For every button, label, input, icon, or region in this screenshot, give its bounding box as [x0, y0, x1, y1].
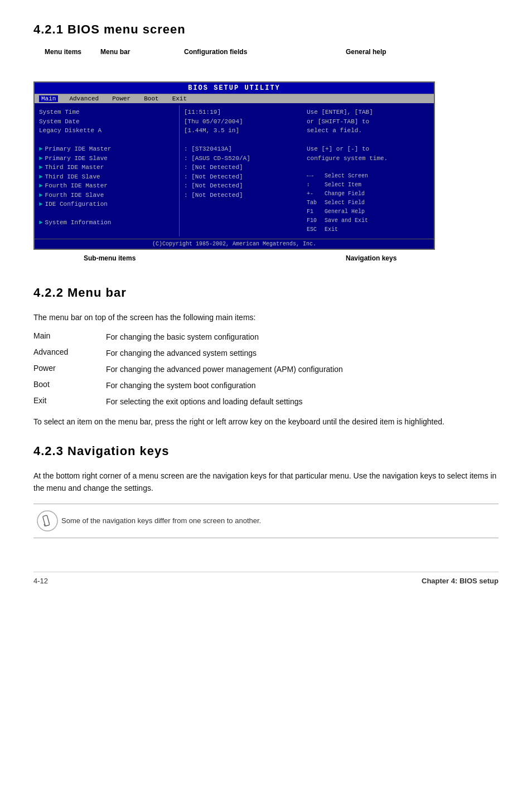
- bios-spacer2: [39, 209, 175, 219]
- footer-chapter: Chapter 4: BIOS setup: [422, 577, 499, 585]
- menu-val-power: For changing the advanced power manageme…: [106, 364, 499, 375]
- footer-page-number: 4-12: [33, 577, 48, 585]
- bios-menubar: Main Advanced Power Boot Exit: [35, 94, 434, 103]
- section-423: 4.2.3 Navigation keys At the bottom righ…: [33, 444, 499, 538]
- arrow-icon: ►: [39, 200, 43, 209]
- nav-key-plusminus: +-: [307, 190, 322, 199]
- menu-val-advanced: For changing the advanced system setting…: [106, 347, 499, 359]
- label-config-fields: Configuration fields: [184, 48, 247, 56]
- menu-bar-table: Main For changing the basic system confi…: [33, 331, 499, 408]
- nav-key-change-field-desc: Change Field: [325, 190, 365, 199]
- section-422-title: 4.2.2 Menu bar: [33, 286, 499, 300]
- menu-item-main: Main For changing the basic system confi…: [33, 331, 499, 343]
- menu-key-boot: Boot: [33, 380, 106, 389]
- bios-item-primary-master: ► Primary IDE Master: [39, 144, 175, 154]
- menu-key-exit: Exit: [33, 396, 106, 405]
- menu-item-advanced: Advanced For changing the advanced syste…: [33, 347, 499, 359]
- nav-key-select-item: ↕ Select Item: [307, 181, 429, 190]
- bios-val-p-slave: : [ASUS CD-S520/A]: [184, 154, 298, 163]
- nav-key-select-field: Tab Select Field: [307, 199, 429, 207]
- bios-diagram: Menu items Menu bar Configuration fields…: [33, 48, 499, 268]
- nav-key-general-help-desc: General Help: [325, 207, 365, 216]
- page-container: 4.2.1 BIOS menu screen Menu items Menu b…: [33, 22, 499, 585]
- menu-item-boot: Boot For changing the system boot config…: [33, 380, 499, 392]
- menu-item-exit: Exit For selecting the exit options and …: [33, 396, 499, 408]
- bios-help-spacer: [307, 136, 429, 145]
- bios-menu-power[interactable]: Power: [110, 95, 133, 102]
- nav-key-esc-desc: Exit: [325, 225, 338, 234]
- bios-item-fourth-slave: ► Fourth IDE Slave: [39, 191, 175, 200]
- bios-help2: or [SHIFT-TAB] to: [307, 117, 429, 127]
- section-422-note: To select an item on the menu bar, press…: [33, 416, 499, 428]
- arrow-icon: ►: [39, 154, 43, 163]
- menu-val-boot: For changing the system boot configurati…: [106, 380, 499, 392]
- bios-item-system-date: System Date: [39, 117, 175, 127]
- bios-menu-boot[interactable]: Boot: [142, 95, 161, 102]
- menu-key-power: Power: [33, 364, 106, 373]
- label-submenu-items: Sub-menu items: [84, 254, 136, 262]
- nav-key-tab: Tab: [307, 199, 322, 207]
- section-422-intro: The menu bar on top of the screen has th…: [33, 311, 499, 323]
- bios-item-legacy-diskette: Legacy Diskette A: [39, 126, 175, 136]
- nav-key-esc: ESC Exit: [307, 225, 429, 234]
- menu-val-main: For changing the basic system configurat…: [106, 331, 499, 343]
- nav-key-f1: F1: [307, 207, 322, 216]
- bios-menu-advanced[interactable]: Advanced: [67, 95, 101, 102]
- note-box: Some of the navigation keys differ from …: [33, 504, 499, 538]
- bios-val-f-slave: : [Not Detected]: [184, 191, 298, 200]
- label-menu-bar: Menu bar: [100, 48, 130, 56]
- bios-titlebar: BIOS SETUP UTILITY: [35, 83, 434, 94]
- bios-body: System Time System Date Legacy Diskette …: [35, 103, 434, 239]
- section-423-title: 4.2.3 Navigation keys: [33, 444, 499, 458]
- label-menu-items: Menu items: [45, 48, 81, 56]
- bios-val-time: [11:51:19]: [184, 108, 298, 117]
- pencil-icon: [36, 510, 59, 532]
- bios-item-third-master: ► Third IDE Master: [39, 163, 175, 172]
- bios-item-fourth-master: ► Fourth IDE Master: [39, 181, 175, 191]
- nav-key-save-exit-desc: Save and Exit: [325, 216, 368, 225]
- nav-key-f10: F10: [307, 216, 322, 225]
- bios-item-third-slave: ► Third IDE Slave: [39, 172, 175, 182]
- bios-help5: configure system time.: [307, 154, 429, 163]
- section-422: 4.2.2 Menu bar The menu bar on top of th…: [33, 286, 499, 428]
- bios-val-f-master: : [Not Detected]: [184, 181, 298, 191]
- nav-key-esc: ESC: [307, 225, 322, 234]
- bios-help1: Use [ENTER], [TAB]: [307, 108, 429, 117]
- bios-screen: BIOS SETUP UTILITY Main Advanced Power B…: [33, 81, 435, 250]
- bios-help4: Use [+] or [-] to: [307, 144, 429, 154]
- section-421: 4.2.1 BIOS menu screen Menu items Menu b…: [33, 22, 499, 268]
- bios-center-panel: [11:51:19] [Thu 05/07/2004] [1.44M, 3.5 …: [180, 105, 302, 236]
- bios-item-system-time: System Time: [39, 108, 175, 117]
- diagram-top-labels: Menu items Menu bar Configuration fields…: [33, 48, 499, 64]
- nav-key-arrows: ←→: [307, 172, 322, 181]
- bios-item-system-info: ► System Information: [39, 218, 175, 228]
- bios-menu-exit[interactable]: Exit: [170, 95, 189, 102]
- note-icon-container: [33, 510, 61, 532]
- bios-val-date: [Thu 05/07/2004]: [184, 117, 298, 127]
- bios-val-t-master: : [Not Detected]: [184, 163, 298, 172]
- bios-spacer3: [184, 136, 298, 145]
- bios-spacer1: [39, 136, 175, 145]
- arrow-icon: ►: [39, 191, 43, 200]
- nav-keys-section: ←→ Select Screen ↕ Select Item +- Change…: [307, 172, 429, 234]
- bios-val-p-master: : [ST320413A]: [184, 144, 298, 154]
- diagram-bottom-labels: Sub-menu items Navigation keys: [33, 254, 499, 268]
- nav-key-general-help: F1 General Help: [307, 207, 429, 216]
- bios-val-diskette: [1.44M, 3.5 in]: [184, 126, 298, 136]
- section-423-intro: At the bottom right corner of a menu scr…: [33, 470, 499, 495]
- arrow-icon: ►: [39, 181, 43, 191]
- arrow-icon: ►: [39, 218, 43, 228]
- section-421-title: 4.2.1 BIOS menu screen: [33, 22, 499, 37]
- nav-key-change-field: +- Change Field: [307, 190, 429, 199]
- nav-key-select-field-desc: Select Field: [325, 199, 365, 207]
- bios-item-primary-slave: ► Primary IDE Slave: [39, 154, 175, 163]
- page-footer: 4-12 Chapter 4: BIOS setup: [33, 572, 499, 585]
- bios-menu-main[interactable]: Main: [39, 95, 58, 102]
- nav-key-updown: ↕: [307, 181, 322, 190]
- arrow-icon: ►: [39, 144, 43, 154]
- arrow-icon: ►: [39, 163, 43, 172]
- bios-right-panel: Use [ENTER], [TAB] or [SHIFT-TAB] to sel…: [302, 105, 434, 236]
- nav-key-select-item-desc: Select Item: [325, 181, 361, 190]
- bios-val-t-slave: : [Not Detected]: [184, 172, 298, 182]
- menu-key-advanced: Advanced: [33, 347, 106, 356]
